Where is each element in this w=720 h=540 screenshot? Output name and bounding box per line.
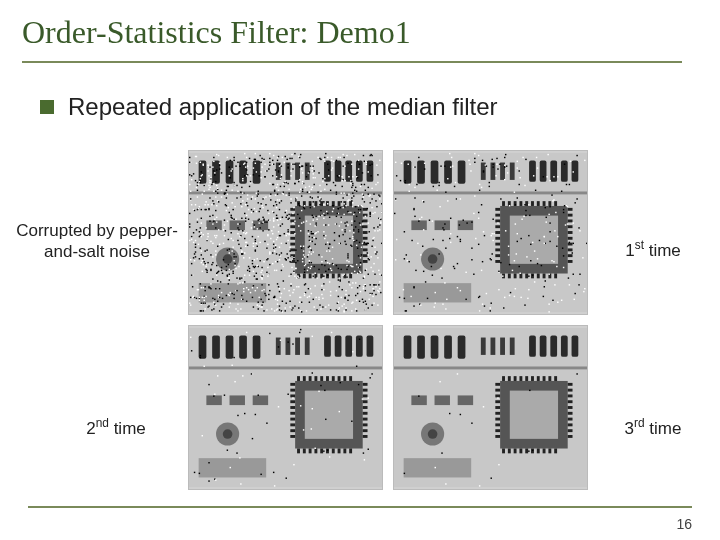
svg-rect-1250 xyxy=(261,166,262,167)
svg-rect-1647 xyxy=(484,305,485,306)
svg-rect-947 xyxy=(197,289,198,290)
svg-rect-690 xyxy=(257,304,258,305)
svg-rect-1519 xyxy=(445,308,446,309)
svg-rect-1422 xyxy=(373,284,374,285)
svg-rect-1115 xyxy=(311,231,312,232)
svg-rect-1330 xyxy=(347,224,348,225)
svg-rect-1213 xyxy=(203,310,204,311)
svg-rect-37 xyxy=(363,231,368,234)
svg-rect-706 xyxy=(285,212,286,213)
svg-rect-1970 xyxy=(300,329,301,330)
svg-rect-1408 xyxy=(286,210,287,211)
svg-rect-74 xyxy=(234,206,235,207)
svg-rect-1318 xyxy=(365,216,366,217)
svg-rect-1772 xyxy=(400,180,401,181)
svg-rect-1167 xyxy=(254,259,255,260)
svg-rect-617 xyxy=(241,251,242,252)
svg-rect-1825 xyxy=(515,288,516,289)
svg-rect-1788 xyxy=(496,158,497,159)
svg-rect-1377 xyxy=(292,213,293,214)
svg-rect-1808 xyxy=(509,295,510,296)
svg-rect-840 xyxy=(312,237,313,238)
svg-rect-2054 xyxy=(471,422,472,423)
svg-rect-764 xyxy=(372,296,373,297)
svg-rect-550 xyxy=(204,204,205,205)
svg-rect-1839 xyxy=(305,338,310,355)
svg-rect-489 xyxy=(218,295,219,296)
svg-rect-971 xyxy=(252,196,253,197)
svg-rect-950 xyxy=(257,287,258,288)
svg-rect-1805 xyxy=(530,260,531,261)
svg-rect-1560 xyxy=(556,246,557,247)
svg-rect-785 xyxy=(261,267,262,268)
svg-rect-931 xyxy=(221,190,222,191)
svg-rect-953 xyxy=(201,250,202,251)
svg-rect-1725 xyxy=(546,176,547,177)
svg-rect-1941 xyxy=(217,375,218,376)
svg-rect-979 xyxy=(217,272,218,273)
svg-rect-1271 xyxy=(302,261,303,262)
svg-rect-368 xyxy=(293,271,294,272)
svg-rect-1373 xyxy=(217,280,218,281)
svg-rect-175 xyxy=(285,310,286,311)
svg-rect-1925 xyxy=(303,429,304,430)
svg-rect-154 xyxy=(344,222,345,223)
svg-rect-1148 xyxy=(362,172,363,173)
footer-line xyxy=(28,506,692,508)
svg-rect-701 xyxy=(268,299,269,300)
svg-rect-185 xyxy=(287,164,288,165)
svg-rect-1403 xyxy=(371,246,372,247)
svg-rect-1393 xyxy=(342,207,343,208)
svg-rect-146 xyxy=(367,252,368,253)
svg-rect-945 xyxy=(368,195,369,196)
svg-rect-1249 xyxy=(260,162,261,163)
svg-rect-41 xyxy=(363,237,368,240)
svg-rect-910 xyxy=(331,160,332,161)
svg-rect-754 xyxy=(241,206,242,207)
svg-rect-1727 xyxy=(506,165,507,166)
svg-rect-403 xyxy=(362,299,363,300)
svg-rect-1232 xyxy=(286,243,287,244)
svg-rect-580 xyxy=(201,232,202,233)
svg-rect-1291 xyxy=(229,279,230,280)
svg-rect-1276 xyxy=(253,167,254,168)
svg-rect-998 xyxy=(275,169,276,170)
svg-rect-1771 xyxy=(535,190,536,191)
svg-rect-703 xyxy=(216,274,217,275)
svg-rect-975 xyxy=(272,252,273,253)
svg-rect-1210 xyxy=(273,247,274,248)
svg-rect-1690 xyxy=(414,216,415,217)
svg-rect-649 xyxy=(355,308,356,309)
svg-rect-814 xyxy=(245,220,246,221)
svg-rect-1290 xyxy=(316,277,317,278)
svg-rect-989 xyxy=(242,192,243,193)
svg-rect-1579 xyxy=(405,180,406,181)
svg-rect-79 xyxy=(236,277,237,278)
svg-rect-1306 xyxy=(336,193,337,194)
svg-rect-733 xyxy=(285,156,286,157)
svg-rect-1833 xyxy=(226,336,234,359)
svg-rect-1701 xyxy=(423,201,424,202)
svg-rect-1678 xyxy=(504,179,505,180)
svg-point-1512 xyxy=(428,254,438,264)
svg-rect-1104 xyxy=(230,215,231,216)
svg-rect-2003 xyxy=(519,376,522,381)
svg-rect-831 xyxy=(189,226,190,227)
svg-rect-995 xyxy=(304,284,305,285)
svg-rect-117 xyxy=(314,273,315,274)
svg-rect-1396 xyxy=(200,247,201,248)
svg-rect-1400 xyxy=(203,185,204,186)
svg-rect-1108 xyxy=(189,184,190,185)
svg-rect-1720 xyxy=(425,281,426,282)
svg-rect-1888 xyxy=(206,395,221,405)
svg-rect-1036 xyxy=(351,310,352,311)
svg-rect-1044 xyxy=(373,290,374,291)
svg-rect-1127 xyxy=(349,238,350,239)
svg-rect-459 xyxy=(258,202,259,203)
svg-rect-1617 xyxy=(569,184,570,185)
svg-rect-480 xyxy=(352,238,353,239)
svg-rect-1018 xyxy=(198,208,199,209)
svg-rect-705 xyxy=(375,253,376,254)
svg-rect-1758 xyxy=(482,261,483,262)
svg-rect-1136 xyxy=(343,157,344,158)
